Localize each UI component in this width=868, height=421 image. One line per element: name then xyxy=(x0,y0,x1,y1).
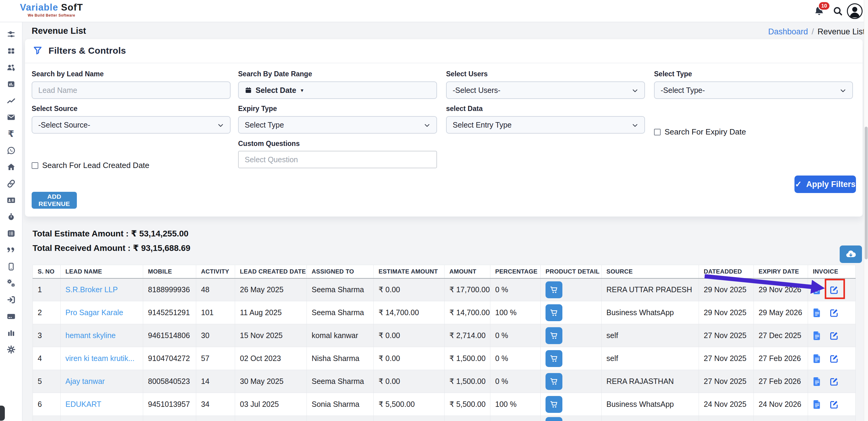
cell-source: RERA UTTAR PRADESH xyxy=(601,278,699,301)
cell-invoice xyxy=(808,347,856,370)
stopwatch-icon xyxy=(7,212,16,221)
invoice-edit-icon[interactable] xyxy=(829,331,839,340)
sidebar-item-line-chart[interactable] xyxy=(0,92,22,109)
product-detail-button[interactable] xyxy=(546,350,562,367)
cell-amount: ₹ 17,700.00 xyxy=(444,278,490,301)
sidebar-item-mobile[interactable] xyxy=(0,258,22,275)
sidebar-item-id-card[interactable] xyxy=(0,192,22,208)
quote-icon xyxy=(6,245,16,255)
scrollbar-thumb[interactable] xyxy=(865,127,868,259)
cell-lead-name: viren ki team krutik... xyxy=(61,347,143,370)
cell-product-detail xyxy=(541,370,601,393)
check-icon: ✓ xyxy=(795,179,802,189)
filter-funnel-icon xyxy=(32,45,43,56)
cell-partial xyxy=(699,416,754,421)
cell-s-no: 1 xyxy=(33,278,61,301)
column-header: ESTIMATE AMOUNT xyxy=(374,265,444,278)
sidebar-item-credit-card[interactable] xyxy=(0,308,22,325)
sidebar-item-users-settings[interactable] xyxy=(0,59,22,76)
invoice-file-icon[interactable] xyxy=(813,399,821,409)
lead-name-link[interactable]: hemant skyline xyxy=(65,331,141,340)
search-expiry-date-checkbox-row[interactable]: Search For Expiry Date xyxy=(654,127,746,137)
checkbox[interactable] xyxy=(32,162,38,169)
product-detail-button[interactable] xyxy=(546,396,562,413)
lead-name-link[interactable]: Pro Sagar Karale xyxy=(65,308,141,317)
invoice-file-icon[interactable] xyxy=(813,285,821,295)
cell-s-no: 5 xyxy=(33,370,61,393)
sidebar-item-bar-chart[interactable] xyxy=(0,76,22,92)
cell-expiry-date: 29 Nov 2026 xyxy=(754,278,808,301)
expiry-type-label: Expiry Type xyxy=(238,104,277,113)
custom-questions-field[interactable] xyxy=(238,151,437,168)
product-detail-button[interactable] xyxy=(546,304,562,321)
cell-mobile: 9104704272 xyxy=(143,347,196,370)
cell-estimate-amount: ₹ 0.00 xyxy=(374,324,444,347)
entry-type-dropdown[interactable]: Select Entry Type xyxy=(446,116,645,133)
global-search-button[interactable] xyxy=(832,5,844,17)
custom-questions-input[interactable] xyxy=(245,155,430,164)
sidebar-item-column-chart[interactable] xyxy=(0,325,22,341)
sidebar-item-dashboard-grid[interactable] xyxy=(0,42,22,59)
apply-filters-button[interactable]: ✓ Apply Filters xyxy=(795,176,856,193)
product-detail-button[interactable] xyxy=(546,373,562,390)
sidebar-item-stopwatch[interactable] xyxy=(0,208,22,225)
sidebar-item-home[interactable] xyxy=(0,159,22,175)
invoice-file-icon[interactable] xyxy=(813,331,821,340)
cell-invoice xyxy=(808,324,856,347)
cart-icon xyxy=(550,331,558,340)
select-source-dropdown[interactable]: -Select Source- xyxy=(32,116,230,133)
lead-name-field[interactable] xyxy=(32,82,230,99)
invoice-edit-icon[interactable] xyxy=(829,308,839,318)
invoice-file-icon[interactable] xyxy=(813,354,821,363)
column-header: EXPIRY DATE xyxy=(754,265,808,278)
invoice-edit-icon[interactable] xyxy=(829,354,839,363)
invoice-edit-icon[interactable] xyxy=(829,377,839,386)
add-revenue-button[interactable]: ADD REVENUE xyxy=(32,192,77,209)
sidebar-item-link[interactable] xyxy=(0,175,22,192)
sidebar-item-whatsapp[interactable] xyxy=(0,142,22,159)
cell-amount: ₹ 2,714.00 xyxy=(444,324,490,347)
invoice-file-icon[interactable] xyxy=(813,308,821,318)
cell-s-no: 2 xyxy=(33,301,61,324)
invoice-file-icon[interactable] xyxy=(813,377,821,386)
sidebar-item-envelope[interactable] xyxy=(0,109,22,125)
select-type-dropdown[interactable]: -Select Type- xyxy=(654,82,853,99)
user-avatar[interactable] xyxy=(847,3,863,19)
cell-assigned-to: komal kanwar xyxy=(307,324,374,347)
product-detail-button[interactable] xyxy=(546,417,562,421)
search-lead-created-checkbox-row[interactable]: Search For Lead Created Date xyxy=(32,161,150,170)
sidebar-item-gears[interactable] xyxy=(0,275,22,291)
lead-name-link[interactable]: Ajay tanwar xyxy=(65,377,141,386)
export-download-button[interactable] xyxy=(840,245,862,263)
cell-estimate-amount: ₹ 0.00 xyxy=(374,278,444,301)
calendar-icon xyxy=(245,87,252,94)
product-detail-button[interactable] xyxy=(546,281,562,298)
sidebar-item-sliders[interactable] xyxy=(0,26,22,42)
revenue-list-page: Variable SofT We Build Better Software 1… xyxy=(0,0,868,421)
lead-name-link[interactable]: viren ki team krutik... xyxy=(65,354,141,363)
cart-icon xyxy=(550,308,558,317)
product-detail-button[interactable] xyxy=(546,327,562,344)
cell-partial xyxy=(601,416,699,421)
sidebar-item-rupee[interactable]: ₹ xyxy=(0,125,22,142)
select-users-dropdown[interactable]: -Select Users- xyxy=(446,82,645,99)
floating-widget-partial[interactable] xyxy=(0,405,5,421)
lead-name-link[interactable]: S.R.Broker LLP xyxy=(65,285,141,294)
lead-name-label: Search by Lead Name xyxy=(32,70,104,78)
invoice-edit-icon[interactable] xyxy=(829,399,839,409)
sidebar-item-sign-in[interactable] xyxy=(0,291,22,308)
lead-name-link[interactable]: EDUKART xyxy=(65,400,141,409)
expiry-type-dropdown[interactable]: Select Type xyxy=(238,116,437,133)
breadcrumb-dashboard-link[interactable]: Dashboard xyxy=(768,27,808,36)
cell-product-detail xyxy=(541,324,601,347)
cell-estimate-amount: ₹ 5,500.00 xyxy=(374,393,444,416)
column-header: ASSIGNED TO xyxy=(307,265,374,278)
lead-name-input[interactable] xyxy=(38,86,224,95)
invoice-edit-icon[interactable] xyxy=(829,285,839,295)
date-range-picker[interactable]: Select Date ▼ xyxy=(238,82,437,99)
page-scrollbar[interactable] xyxy=(864,0,868,421)
sidebar-item-list[interactable] xyxy=(0,225,22,242)
sidebar-item-quote[interactable] xyxy=(0,242,22,258)
sidebar-item-settings-gear[interactable] xyxy=(0,341,22,358)
checkbox[interactable] xyxy=(654,129,661,136)
